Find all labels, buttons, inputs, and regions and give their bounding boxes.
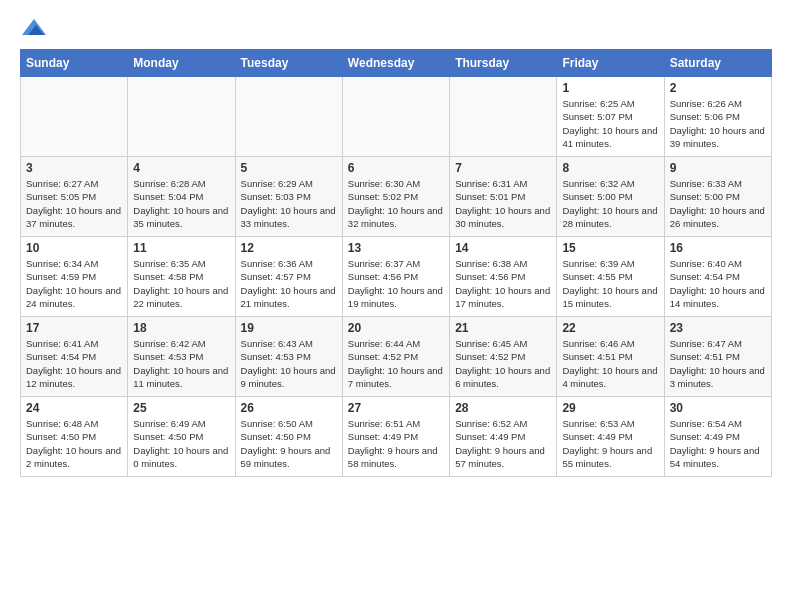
- logo: [20, 15, 46, 39]
- day-info: Sunrise: 6:54 AM Sunset: 4:49 PM Dayligh…: [670, 417, 766, 470]
- calendar-cell: 9Sunrise: 6:33 AM Sunset: 5:00 PM Daylig…: [664, 157, 771, 237]
- day-number: 17: [26, 321, 122, 335]
- calendar-cell: 6Sunrise: 6:30 AM Sunset: 5:02 PM Daylig…: [342, 157, 449, 237]
- day-number: 1: [562, 81, 658, 95]
- day-number: 3: [26, 161, 122, 175]
- day-number: 29: [562, 401, 658, 415]
- day-number: 5: [241, 161, 337, 175]
- day-info: Sunrise: 6:46 AM Sunset: 4:51 PM Dayligh…: [562, 337, 658, 390]
- calendar-header-row: SundayMondayTuesdayWednesdayThursdayFrid…: [21, 50, 772, 77]
- day-info: Sunrise: 6:33 AM Sunset: 5:00 PM Dayligh…: [670, 177, 766, 230]
- day-number: 23: [670, 321, 766, 335]
- calendar-cell: [128, 77, 235, 157]
- calendar-cell: 15Sunrise: 6:39 AM Sunset: 4:55 PM Dayli…: [557, 237, 664, 317]
- calendar-cell: 5Sunrise: 6:29 AM Sunset: 5:03 PM Daylig…: [235, 157, 342, 237]
- day-number: 8: [562, 161, 658, 175]
- week-row-5: 24Sunrise: 6:48 AM Sunset: 4:50 PM Dayli…: [21, 397, 772, 477]
- day-info: Sunrise: 6:39 AM Sunset: 4:55 PM Dayligh…: [562, 257, 658, 310]
- day-info: Sunrise: 6:44 AM Sunset: 4:52 PM Dayligh…: [348, 337, 444, 390]
- calendar-cell: 1Sunrise: 6:25 AM Sunset: 5:07 PM Daylig…: [557, 77, 664, 157]
- day-number: 18: [133, 321, 229, 335]
- calendar-cell: 8Sunrise: 6:32 AM Sunset: 5:00 PM Daylig…: [557, 157, 664, 237]
- day-number: 24: [26, 401, 122, 415]
- calendar-cell: 30Sunrise: 6:54 AM Sunset: 4:49 PM Dayli…: [664, 397, 771, 477]
- calendar-cell: 20Sunrise: 6:44 AM Sunset: 4:52 PM Dayli…: [342, 317, 449, 397]
- day-info: Sunrise: 6:41 AM Sunset: 4:54 PM Dayligh…: [26, 337, 122, 390]
- calendar-cell: 2Sunrise: 6:26 AM Sunset: 5:06 PM Daylig…: [664, 77, 771, 157]
- day-info: Sunrise: 6:29 AM Sunset: 5:03 PM Dayligh…: [241, 177, 337, 230]
- day-number: 21: [455, 321, 551, 335]
- day-info: Sunrise: 6:42 AM Sunset: 4:53 PM Dayligh…: [133, 337, 229, 390]
- day-number: 19: [241, 321, 337, 335]
- day-number: 10: [26, 241, 122, 255]
- day-info: Sunrise: 6:47 AM Sunset: 4:51 PM Dayligh…: [670, 337, 766, 390]
- day-number: 22: [562, 321, 658, 335]
- calendar-cell: 16Sunrise: 6:40 AM Sunset: 4:54 PM Dayli…: [664, 237, 771, 317]
- col-header-friday: Friday: [557, 50, 664, 77]
- calendar-cell: 26Sunrise: 6:50 AM Sunset: 4:50 PM Dayli…: [235, 397, 342, 477]
- day-number: 13: [348, 241, 444, 255]
- day-number: 12: [241, 241, 337, 255]
- day-info: Sunrise: 6:34 AM Sunset: 4:59 PM Dayligh…: [26, 257, 122, 310]
- day-number: 6: [348, 161, 444, 175]
- day-info: Sunrise: 6:35 AM Sunset: 4:58 PM Dayligh…: [133, 257, 229, 310]
- day-info: Sunrise: 6:36 AM Sunset: 4:57 PM Dayligh…: [241, 257, 337, 310]
- calendar-cell: 25Sunrise: 6:49 AM Sunset: 4:50 PM Dayli…: [128, 397, 235, 477]
- day-number: 26: [241, 401, 337, 415]
- day-info: Sunrise: 6:43 AM Sunset: 4:53 PM Dayligh…: [241, 337, 337, 390]
- calendar-cell: 23Sunrise: 6:47 AM Sunset: 4:51 PM Dayli…: [664, 317, 771, 397]
- calendar-cell: [235, 77, 342, 157]
- week-row-2: 3Sunrise: 6:27 AM Sunset: 5:05 PM Daylig…: [21, 157, 772, 237]
- day-info: Sunrise: 6:37 AM Sunset: 4:56 PM Dayligh…: [348, 257, 444, 310]
- day-info: Sunrise: 6:53 AM Sunset: 4:49 PM Dayligh…: [562, 417, 658, 470]
- calendar-cell: 19Sunrise: 6:43 AM Sunset: 4:53 PM Dayli…: [235, 317, 342, 397]
- day-info: Sunrise: 6:28 AM Sunset: 5:04 PM Dayligh…: [133, 177, 229, 230]
- calendar-cell: 14Sunrise: 6:38 AM Sunset: 4:56 PM Dayli…: [450, 237, 557, 317]
- day-info: Sunrise: 6:40 AM Sunset: 4:54 PM Dayligh…: [670, 257, 766, 310]
- day-number: 7: [455, 161, 551, 175]
- calendar-cell: 28Sunrise: 6:52 AM Sunset: 4:49 PM Dayli…: [450, 397, 557, 477]
- calendar-cell: 4Sunrise: 6:28 AM Sunset: 5:04 PM Daylig…: [128, 157, 235, 237]
- day-number: 16: [670, 241, 766, 255]
- calendar-cell: 18Sunrise: 6:42 AM Sunset: 4:53 PM Dayli…: [128, 317, 235, 397]
- day-info: Sunrise: 6:32 AM Sunset: 5:00 PM Dayligh…: [562, 177, 658, 230]
- calendar-cell: 29Sunrise: 6:53 AM Sunset: 4:49 PM Dayli…: [557, 397, 664, 477]
- day-number: 30: [670, 401, 766, 415]
- day-number: 25: [133, 401, 229, 415]
- day-info: Sunrise: 6:27 AM Sunset: 5:05 PM Dayligh…: [26, 177, 122, 230]
- day-number: 28: [455, 401, 551, 415]
- col-header-wednesday: Wednesday: [342, 50, 449, 77]
- day-info: Sunrise: 6:48 AM Sunset: 4:50 PM Dayligh…: [26, 417, 122, 470]
- day-info: Sunrise: 6:25 AM Sunset: 5:07 PM Dayligh…: [562, 97, 658, 150]
- day-info: Sunrise: 6:49 AM Sunset: 4:50 PM Dayligh…: [133, 417, 229, 470]
- week-row-3: 10Sunrise: 6:34 AM Sunset: 4:59 PM Dayli…: [21, 237, 772, 317]
- calendar-cell: 24Sunrise: 6:48 AM Sunset: 4:50 PM Dayli…: [21, 397, 128, 477]
- calendar-cell: 27Sunrise: 6:51 AM Sunset: 4:49 PM Dayli…: [342, 397, 449, 477]
- calendar-cell: 7Sunrise: 6:31 AM Sunset: 5:01 PM Daylig…: [450, 157, 557, 237]
- calendar-cell: [342, 77, 449, 157]
- col-header-monday: Monday: [128, 50, 235, 77]
- calendar-cell: 17Sunrise: 6:41 AM Sunset: 4:54 PM Dayli…: [21, 317, 128, 397]
- calendar-cell: 12Sunrise: 6:36 AM Sunset: 4:57 PM Dayli…: [235, 237, 342, 317]
- day-info: Sunrise: 6:52 AM Sunset: 4:49 PM Dayligh…: [455, 417, 551, 470]
- calendar-cell: 13Sunrise: 6:37 AM Sunset: 4:56 PM Dayli…: [342, 237, 449, 317]
- day-number: 14: [455, 241, 551, 255]
- calendar-cell: 21Sunrise: 6:45 AM Sunset: 4:52 PM Dayli…: [450, 317, 557, 397]
- day-info: Sunrise: 6:26 AM Sunset: 5:06 PM Dayligh…: [670, 97, 766, 150]
- calendar-table: SundayMondayTuesdayWednesdayThursdayFrid…: [20, 49, 772, 477]
- day-number: 27: [348, 401, 444, 415]
- day-number: 4: [133, 161, 229, 175]
- calendar-cell: 10Sunrise: 6:34 AM Sunset: 4:59 PM Dayli…: [21, 237, 128, 317]
- day-number: 20: [348, 321, 444, 335]
- calendar-cell: 11Sunrise: 6:35 AM Sunset: 4:58 PM Dayli…: [128, 237, 235, 317]
- logo-icon: [22, 15, 46, 39]
- day-number: 2: [670, 81, 766, 95]
- week-row-4: 17Sunrise: 6:41 AM Sunset: 4:54 PM Dayli…: [21, 317, 772, 397]
- day-info: Sunrise: 6:45 AM Sunset: 4:52 PM Dayligh…: [455, 337, 551, 390]
- col-header-saturday: Saturday: [664, 50, 771, 77]
- day-number: 9: [670, 161, 766, 175]
- day-number: 15: [562, 241, 658, 255]
- col-header-sunday: Sunday: [21, 50, 128, 77]
- day-info: Sunrise: 6:50 AM Sunset: 4:50 PM Dayligh…: [241, 417, 337, 470]
- page-header: [20, 15, 772, 39]
